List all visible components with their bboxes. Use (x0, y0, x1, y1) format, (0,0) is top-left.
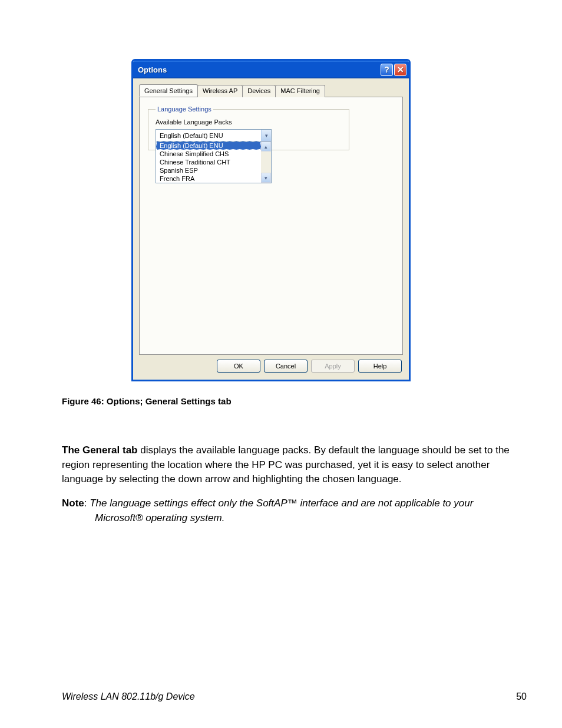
help-button[interactable]: Help (358, 360, 402, 373)
note-line1: The language settings effect only the So… (90, 498, 473, 509)
note-paragraph: Note: The language settings effect only … (62, 496, 500, 525)
document-page: Options ? ✕ General Settings Wireless AP… (0, 0, 562, 728)
language-dropdown: English (Default) ENU Chinese Simplified… (156, 141, 272, 183)
title-bar: Options ? ✕ (133, 61, 409, 78)
chevron-up-icon: ▴ (265, 144, 267, 150)
dropdown-item-english[interactable]: English (Default) ENU (156, 141, 261, 150)
body-bold-lead: The General tab (62, 444, 137, 456)
footer-left: Wireless LAN 802.11b/g Device (62, 691, 195, 702)
body-paragraph: The General tab displays the available l… (62, 443, 527, 487)
tab-page: Language Settings Available Language Pac… (139, 97, 403, 355)
note-sep: : (84, 498, 90, 509)
options-dialog: Options ? ✕ General Settings Wireless AP… (131, 59, 411, 381)
tab-devices[interactable]: Devices (242, 85, 276, 97)
window-title: Options (138, 65, 379, 74)
scroll-track[interactable] (261, 151, 271, 173)
combo-dropdown-button[interactable]: ▾ (261, 130, 271, 141)
tab-general-settings[interactable]: General Settings (139, 84, 198, 97)
group-legend: Language Settings (156, 106, 213, 113)
combo-value: English (Default) ENU (156, 132, 261, 139)
dialog-button-row: OK Cancel Apply Help (217, 360, 402, 373)
close-title-button[interactable]: ✕ (394, 64, 406, 76)
available-language-label: Available Language Packs (156, 118, 342, 126)
page-number: 50 (516, 691, 527, 702)
figure-caption: Figure 46: Options; General Settings tab (62, 396, 232, 406)
dropdown-item-esp[interactable]: Spanish ESP (156, 166, 261, 174)
tab-wireless-ap[interactable]: Wireless AP (197, 85, 243, 97)
dropdown-item-cht[interactable]: Chinese Traditional CHT (156, 158, 261, 166)
scroll-up-button[interactable]: ▴ (261, 141, 271, 151)
help-title-button[interactable]: ? (381, 64, 393, 76)
dropdown-item-fra[interactable]: French FRA (156, 174, 261, 183)
scroll-down-button[interactable]: ▾ (261, 173, 271, 183)
tab-mac-filtering[interactable]: MAC Filtering (275, 85, 325, 97)
dropdown-list: English (Default) ENU Chinese Simplified… (156, 141, 261, 183)
combo-display[interactable]: English (Default) ENU ▾ (156, 129, 272, 141)
tab-strip: General Settings Wireless AP Devices MAC… (139, 84, 403, 97)
client-area: General Settings Wireless AP Devices MAC… (133, 78, 409, 380)
cancel-button[interactable]: Cancel (264, 360, 308, 373)
language-combo[interactable]: English (Default) ENU ▾ English (Default… (156, 129, 272, 141)
apply-button: Apply (311, 360, 355, 373)
chevron-down-icon: ▾ (265, 175, 267, 181)
note-label: Note (62, 498, 84, 509)
ok-button[interactable]: OK (217, 360, 260, 373)
language-settings-group: Language Settings Available Language Pac… (148, 106, 349, 150)
dropdown-scrollbar[interactable]: ▴ ▾ (261, 141, 271, 183)
note-line2: Microsoft® operating system. (62, 511, 500, 526)
dropdown-item-chs[interactable]: Chinese Simplified CHS (156, 150, 261, 158)
chevron-down-icon: ▾ (265, 133, 268, 139)
